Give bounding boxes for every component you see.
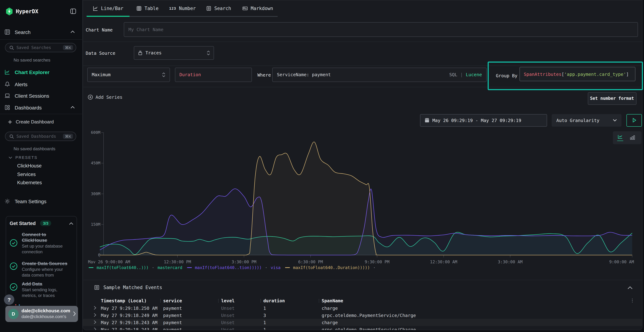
check-circle-icon [10,283,18,291]
legend-group-label: mastercard [158,265,182,270]
sidebar-item-team-settings[interactable]: Team Settings [4,198,46,204]
help-label: ? [8,296,11,303]
svg-text:600M: 600M [91,130,100,135]
svg-text:12:30:00 AM: 12:30:00 AM [430,260,457,263]
sidebar-section-dashboards[interactable]: Dashboards [4,104,42,110]
main-panel: Line/Bar Table 123 Number Search Markdow… [83,0,642,330]
data-source-select[interactable]: Traces [134,46,214,60]
presets-toggle[interactable]: PRESETS [8,155,38,160]
column-resize-handle[interactable]: ⋮ [216,298,220,303]
expand-row-icon[interactable] [94,313,96,317]
col-header-level[interactable]: level [221,298,234,304]
traces-source-icon [138,50,142,55]
saved-dashboards-input[interactable]: Saved Dashboards ⌘K [5,132,76,141]
col-header-duration[interactable]: duration [263,298,285,304]
sidebar-item-label: Chart Explorer [15,69,50,75]
sidebar-item-client-sessions[interactable]: Client Sessions [4,93,49,99]
chart-legend: maxIf(toFloat640..))) · mastercard maxIf… [89,265,376,270]
chevron-down-icon [8,156,12,159]
where-input[interactable]: ServiceName: payment SQL | Lucene [272,68,486,82]
tab-search[interactable]: Search [200,0,238,16]
tab-line-bar[interactable]: Line/Bar [86,0,130,16]
collapse-sidebar-icon[interactable] [70,8,76,15]
expand-row-icon[interactable] [94,327,96,330]
svg-text:6:30:00 PM: 6:30:00 PM [298,260,323,263]
get-started-badge: 3/3 [40,220,51,226]
saved-searches-placeholder: Saved Searches [16,45,61,50]
column-resize-handle[interactable]: ⋮ [158,298,162,303]
sql-toggle[interactable]: SQL [449,72,457,77]
expand-row-icon[interactable] [94,320,96,324]
tab-label: Line/Bar [101,6,123,11]
svg-text:150M: 150M [91,222,100,227]
sidebar-item-alerts[interactable]: Alerts [4,81,28,87]
sidebar-section-search[interactable]: Search [4,29,30,35]
column-resize-handle[interactable]: ⋮ [317,298,321,303]
tab-label: Markdown [250,6,273,11]
no-saved-searches-text: No saved searches [14,58,50,62]
table-row[interactable]: May 27 9:29:18.243 AM payment Unset 1 gr… [83,326,642,330]
add-series-button[interactable]: Add Series [88,94,122,100]
timeseries-chart[interactable]: 0150M300M450M600MMay 26 9:00:00 AM12:30:… [83,127,642,263]
data-source-label: Data Source [86,50,116,56]
legend-separator: · [265,265,268,270]
legend-swatch [89,267,94,268]
column-resize-handle[interactable]: ⋮ [259,298,262,303]
cell-spanname: charge [322,320,338,325]
svg-text:9:30:00 PM: 9:30:00 PM [365,260,390,263]
get-started-item-subtitle: Start sending logs, metrics, or traces [22,287,72,298]
table-row[interactable]: May 27 9:29:18.249 AM payment Unset 3 gr… [83,312,642,319]
legend-swatch [187,267,192,268]
saved-dashboards-placeholder: Saved Dashboards [16,134,61,139]
check-circle-icon [10,239,18,247]
expand-row-icon[interactable] [94,306,96,310]
legend-series-label[interactable]: maxIf(toFloat640..))) [96,265,149,270]
date-range-input[interactable]: May 26 09:29:19 - May 27 09:29:19 [420,114,547,126]
get-started-chevron-up-icon[interactable] [69,222,73,225]
sidebar-item-chart-explorer[interactable]: Chart Explorer [4,69,50,75]
svg-text:300M: 300M [91,192,100,196]
hyperdx-logo-icon [5,7,14,16]
user-menu[interactable]: D dale@clickhouse.com dale@clickhouse.co… [5,306,78,322]
col-header-timestamp[interactable]: Timestamp (Local) [101,298,147,304]
help-button[interactable]: ? [4,294,14,305]
preset-kubernetes[interactable]: Kubernetes [17,180,42,185]
number-icon: 123 [169,6,176,10]
check-circle-icon [10,262,18,270]
run-query-button[interactable] [626,114,642,126]
legend-series-label[interactable]: maxIf(toFloat640..tion))))) [195,265,262,270]
aggregation-select[interactable]: Maximum [87,68,170,82]
search-section-chevron-up-icon[interactable] [70,30,75,33]
col-header-service[interactable]: service [163,298,182,304]
field-input[interactable]: Duration [175,68,252,82]
dashboards-chevron-up-icon[interactable] [70,106,75,109]
table-row[interactable]: May 27 9:29:18.243 AM payment Unset 1 ch… [83,319,642,326]
lucene-toggle[interactable]: Lucene [466,72,482,77]
preset-services[interactable]: Services [17,172,36,177]
group-by-input[interactable]: SpanAttributes['app.payment.card_type'] [520,67,636,81]
get-started-title: Get Started [10,221,36,226]
search-section-label: Search [15,29,30,35]
tab-label: Search [214,6,231,11]
line-chart-icon [93,6,98,11]
legend-separator: · [152,265,154,270]
get-started-item-title: Create Data Sources [22,261,76,266]
svg-text:12:30:00 PM: 12:30:00 PM [164,260,191,263]
chart-name-input[interactable]: My Chart Name [124,22,638,37]
group-by-highlight-box: Group By SpanAttributes['app.payment.car… [488,62,643,90]
table-row[interactable]: May 27 9:29:18.250 AM payment Unset 1 ch… [83,304,642,312]
where-value: ServiceName: payment [277,72,331,77]
col-header-spanname[interactable]: SpanName [322,298,343,304]
events-collapse-chevron-icon[interactable] [628,286,632,290]
granularity-select[interactable]: Auto Granularity [552,114,622,126]
set-number-format-button[interactable]: Set number format [588,92,636,105]
create-dashboard-button[interactable]: Create Dashboard [8,119,54,124]
preset-clickhouse[interactable]: ClickHouse [17,163,42,168]
legend-series-label[interactable]: maxIf(toFloat640..Duration))))) [293,265,370,270]
tab-table[interactable]: Table [130,0,165,16]
saved-searches-input[interactable]: Saved Searches ⌘K [5,43,76,52]
table-menu-kebab-icon[interactable]: ⋮ [630,298,635,303]
tab-markdown[interactable]: Markdown [238,0,278,16]
tab-number[interactable]: 123 Number [165,0,200,16]
cell-level: Unset [221,306,234,311]
